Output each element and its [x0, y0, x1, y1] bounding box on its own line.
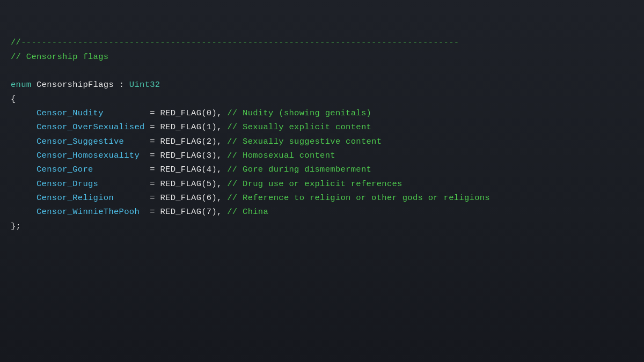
- comment-nudity: // Nudity (showing genitals): [227, 106, 371, 120]
- macro-8: RED_FLAG(7),: [160, 205, 227, 219]
- enum-name: CensorshipFlags: [36, 78, 114, 92]
- macro-1: RED_FLAG(0),: [160, 106, 227, 120]
- entry-gore: Censor_Gore = RED_FLAG(4), // Gore durin…: [11, 162, 633, 176]
- entry-religion: Censor_Religion = RED_FLAG(6), // Refere…: [11, 191, 633, 205]
- comment-line-1: //--------------------------------------…: [11, 35, 633, 49]
- macro-7: RED_FLAG(6),: [160, 191, 227, 205]
- enum-colon: :: [114, 78, 129, 92]
- op-1: =: [150, 106, 160, 120]
- macro-2: RED_FLAG(1),: [160, 120, 227, 134]
- field-religion: Censor_Religion: [36, 191, 150, 205]
- macro-4: RED_FLAG(3),: [160, 149, 227, 162]
- comment-oversexualised: // Sexually explicit content: [227, 120, 371, 134]
- field-suggestive: Censor_Suggestive: [36, 135, 150, 149]
- comment-homosexuality: // Homosexual content: [227, 149, 335, 162]
- comment-suggestive: // Sexually suggestive content: [227, 135, 382, 149]
- comment-religion: // Reference to religion or other gods o…: [227, 191, 490, 205]
- entry-nudity: Censor_Nudity = RED_FLAG(0), // Nudity (…: [11, 106, 633, 120]
- comment-text-2: // Censorship flags: [11, 50, 108, 64]
- entry-homosexuality: Censor_Homosexuality = RED_FLAG(3), // H…: [11, 149, 633, 162]
- op-6: =: [150, 177, 160, 191]
- code-block: //--------------------------------------…: [11, 21, 633, 233]
- comment-winnie: // China: [227, 205, 268, 219]
- comment-text-1: //--------------------------------------…: [11, 35, 459, 49]
- entry-oversexualised: Censor_OverSexualised = RED_FLAG(1), // …: [11, 120, 633, 134]
- field-homosexuality: Censor_Homosexuality: [36, 149, 150, 162]
- comment-gore: // Gore during dismemberment: [227, 162, 371, 176]
- open-brace: {: [11, 92, 16, 106]
- op-2: =: [150, 120, 160, 134]
- macro-3: RED_FLAG(2),: [160, 135, 227, 149]
- op-4: =: [150, 149, 160, 162]
- op-8: =: [150, 205, 160, 219]
- field-nudity: Censor_Nudity: [36, 106, 150, 120]
- field-winnie: Censor_WinnieThePooh: [36, 205, 150, 219]
- close-brace-line: };: [11, 219, 633, 233]
- code-editor: //--------------------------------------…: [0, 0, 644, 362]
- entry-drugs: Censor_Drugs = RED_FLAG(5), // Drug use …: [11, 177, 633, 191]
- open-brace-line: {: [11, 92, 633, 106]
- keyword-enum: enum: [11, 78, 36, 92]
- close-brace: };: [11, 219, 21, 233]
- comment-line-2: // Censorship flags: [11, 50, 633, 64]
- field-oversexualised: Censor_OverSexualised: [36, 120, 150, 134]
- op-7: =: [150, 191, 160, 205]
- entry-winnie: Censor_WinnieThePooh = RED_FLAG(7), // C…: [11, 205, 633, 219]
- entry-suggestive: Censor_Suggestive = RED_FLAG(2), // Sexu…: [11, 135, 633, 149]
- enum-type: Uint32: [129, 78, 160, 92]
- op-5: =: [150, 162, 160, 176]
- field-gore: Censor_Gore: [36, 162, 150, 176]
- comment-drugs: // Drug use or explicit references: [227, 177, 402, 191]
- enum-declaration-line: enum CensorshipFlags : Uint32: [11, 78, 633, 92]
- blank-line-1: [11, 21, 633, 35]
- macro-5: RED_FLAG(4),: [160, 162, 227, 176]
- blank-line-2: [11, 64, 633, 78]
- macro-6: RED_FLAG(5),: [160, 177, 227, 191]
- field-drugs: Censor_Drugs: [36, 177, 150, 191]
- op-3: =: [150, 135, 160, 149]
